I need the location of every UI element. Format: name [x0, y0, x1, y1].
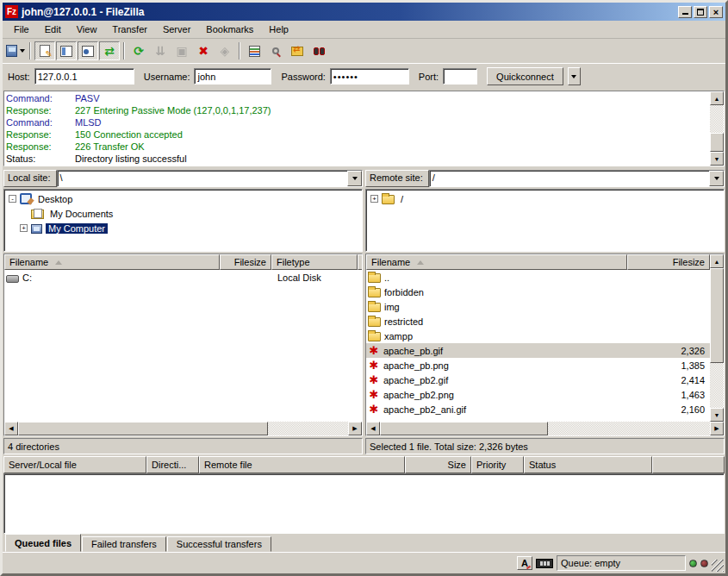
close-button[interactable]: ×: [709, 6, 723, 18]
expand-icon[interactable]: +: [370, 195, 378, 203]
tree-item-label[interactable]: Desktop: [35, 194, 75, 204]
column-priority[interactable]: Priority: [471, 456, 524, 473]
log-vertical-scrollbar[interactable]: ▲ ▼: [710, 91, 724, 166]
menu-file[interactable]: File: [6, 22, 37, 36]
tree-item-label[interactable]: My Documents: [47, 209, 115, 219]
menu-bookmarks[interactable]: Bookmarks: [198, 22, 261, 36]
site-manager-button[interactable]: [5, 41, 26, 60]
send-activity-led-icon: [700, 560, 708, 567]
file-row[interactable]: ✱apache_pb2.gif 2,414: [366, 373, 710, 387]
file-row[interactable]: C: Local Disk: [4, 270, 362, 285]
file-row[interactable]: ✱apache_pb.png 1,385: [366, 358, 710, 373]
file-row[interactable]: ✱apache_pb2.png 1,463: [366, 387, 710, 402]
menu-transfer[interactable]: Transfer: [104, 22, 155, 36]
titlebar[interactable]: Fz john@127.0.0.1 - FileZilla ×: [3, 3, 725, 21]
tree-item-my-computer[interactable]: + My Computer: [5, 221, 361, 235]
toggle-queue-button[interactable]: ⇄: [99, 41, 120, 60]
file-row[interactable]: ..: [366, 270, 710, 285]
column-filename[interactable]: Filename: [4, 254, 220, 270]
remote-horizontal-scrollbar[interactable]: ◀ ▶: [366, 422, 724, 435]
local-site-dropdown-button[interactable]: [347, 171, 362, 186]
menu-edit[interactable]: Edit: [37, 22, 69, 36]
tab-successful-transfers[interactable]: Successful transfers: [167, 536, 271, 552]
remote-vertical-scrollbar[interactable]: ▲ ▼: [710, 254, 724, 422]
scrollbar-thumb[interactable]: [710, 268, 724, 363]
speed-limit-indicator-icon[interactable]: [536, 559, 553, 568]
local-file-list[interactable]: C: Local Disk: [4, 270, 362, 422]
scroll-right-icon[interactable]: ▶: [348, 422, 362, 435]
image-file-icon: ✱: [368, 389, 380, 400]
find-files-button[interactable]: [308, 41, 329, 60]
remote-file-list[interactable]: .. forbidden img: [366, 270, 710, 422]
file-row[interactable]: forbidden: [366, 285, 710, 299]
column-filesize[interactable]: Filesize: [627, 254, 710, 270]
menu-help[interactable]: Help: [261, 22, 296, 36]
host-input[interactable]: [34, 68, 134, 85]
scrollbar-thumb[interactable]: [18, 422, 268, 435]
tree-item-root[interactable]: + /: [367, 191, 723, 206]
tree-item-my-documents[interactable]: My Documents: [5, 206, 361, 221]
username-input[interactable]: [194, 68, 271, 85]
file-row[interactable]: img: [366, 299, 710, 314]
tab-failed-transfers[interactable]: Failed transfers: [82, 536, 166, 552]
toggle-remote-tree-button[interactable]: [78, 41, 98, 60]
column-last-modified[interactable]: L: [358, 254, 363, 270]
remote-site-combo[interactable]: /: [429, 170, 725, 187]
file-row[interactable]: xampp: [366, 329, 710, 343]
column-size[interactable]: Size: [405, 456, 471, 473]
scroll-down-icon[interactable]: ▼: [710, 408, 724, 422]
column-remote-file[interactable]: Remote file: [199, 456, 405, 473]
tree-item-label[interactable]: /: [398, 194, 406, 204]
column-server-local-file[interactable]: Server/Local file: [3, 456, 146, 473]
transfer-queue-list[interactable]: [3, 473, 725, 534]
disconnect-button[interactable]: ✖: [193, 41, 214, 60]
refresh-button[interactable]: ⟳: [128, 41, 149, 60]
scrollbar-thumb[interactable]: [380, 422, 548, 435]
queue-header: Server/Local file Directi... Remote file…: [3, 456, 725, 473]
column-status[interactable]: Status: [524, 456, 652, 473]
column-filesize[interactable]: Filesize: [220, 254, 271, 270]
process-queue-button[interactable]: ⇊: [150, 41, 171, 60]
column-filename[interactable]: Filename: [366, 254, 627, 270]
minimize-button[interactable]: [678, 6, 692, 18]
collapse-icon[interactable]: -: [9, 195, 16, 203]
local-horizontal-scrollbar[interactable]: ◀ ▶: [4, 422, 362, 435]
scroll-right-icon[interactable]: ▶: [710, 422, 724, 435]
password-input[interactable]: [330, 68, 409, 85]
file-row[interactable]: restricted: [366, 314, 710, 329]
toggle-local-tree-button[interactable]: [56, 41, 77, 60]
local-site-combo[interactable]: \: [57, 170, 363, 187]
scroll-left-icon[interactable]: ◀: [4, 422, 18, 435]
tab-queued-files[interactable]: Queued files: [5, 534, 81, 552]
reconnect-button[interactable]: ◈: [215, 41, 235, 60]
maximize-button[interactable]: [694, 6, 707, 18]
remote-directory-tree[interactable]: + /: [365, 189, 725, 252]
file-row-selected[interactable]: ✱apache_pb.gif 2,326: [366, 343, 710, 358]
quickconnect-button[interactable]: Quickconnect: [487, 67, 563, 85]
expand-icon[interactable]: +: [20, 224, 28, 232]
scroll-up-icon[interactable]: ▲: [710, 254, 724, 268]
scroll-up-icon[interactable]: ▲: [710, 91, 724, 105]
file-row[interactable]: ✱apache_pb2_ani.gif 2,160: [366, 402, 710, 416]
toggle-message-log-button[interactable]: [34, 41, 55, 60]
local-directory-tree[interactable]: - Desktop My Documents + My Computer: [3, 189, 363, 252]
tree-item-desktop[interactable]: - Desktop: [5, 191, 361, 206]
scrollbar-thumb[interactable]: [710, 133, 724, 152]
menu-view[interactable]: View: [69, 22, 105, 36]
port-input[interactable]: [443, 68, 477, 85]
log-lines[interactable]: Command:PASV Response:227 Entering Passi…: [4, 91, 710, 166]
directory-comparison-button[interactable]: [287, 41, 308, 60]
scroll-down-icon[interactable]: ▼: [710, 152, 724, 166]
tree-item-label[interactable]: My Computer: [46, 223, 108, 234]
data-type-indicator-icon[interactable]: A: [517, 556, 532, 570]
column-filetype[interactable]: Filetype: [271, 254, 358, 270]
column-direction[interactable]: Directi...: [146, 456, 199, 473]
quickconnect-dropdown-button[interactable]: [568, 67, 581, 85]
resize-grip[interactable]: [712, 560, 724, 572]
cancel-operation-button[interactable]: ▣: [171, 41, 192, 60]
scroll-left-icon[interactable]: ◀: [366, 422, 380, 435]
menu-server[interactable]: Server: [155, 22, 198, 36]
filename-filters-button[interactable]: [265, 41, 286, 60]
directory-listing-button[interactable]: [244, 41, 264, 60]
remote-site-dropdown-button[interactable]: [709, 171, 724, 186]
